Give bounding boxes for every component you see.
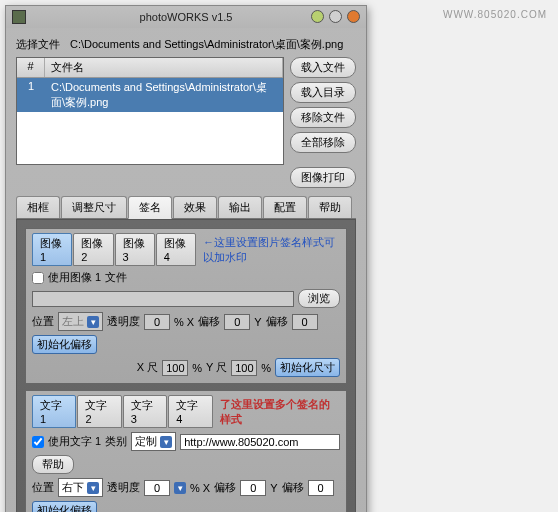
img-opacity-label: 透明度 (107, 314, 140, 329)
pctx-label: % X (174, 316, 194, 328)
image-tab-3[interactable]: 图像 3 (115, 233, 155, 266)
text-tab-2[interactable]: 文字 2 (77, 395, 121, 428)
kind-select[interactable]: 定制▾ (131, 432, 176, 451)
yscale-label: Y 尺 (206, 360, 227, 375)
txt-pos-label: 位置 (32, 480, 54, 495)
use-image-label: 使用图像 1 (48, 270, 101, 285)
tab-help[interactable]: 帮助 (308, 196, 352, 218)
text-hint: 了这里设置多个签名的样式 (220, 397, 340, 427)
img-offset-label2: 偏移 (266, 314, 288, 329)
tab-effect[interactable]: 效果 (173, 196, 217, 218)
remove-all-button[interactable]: 全部移除 (290, 132, 356, 153)
col-filename: 文件名 (45, 58, 283, 77)
image-sign-section: 图像 1 图像 2 图像 3 图像 4 ←这里设置图片签名样式可以加水印 使用图… (25, 228, 347, 384)
use-text-label: 使用文字 1 (48, 434, 101, 449)
txt-offset-label2: 偏移 (282, 480, 304, 495)
txt-opacity-label: 透明度 (107, 480, 140, 495)
use-text-checkbox[interactable] (32, 436, 44, 448)
titlebar: photoWORKS v1.5 (6, 6, 366, 28)
txt-pos-select[interactable]: 右下▾ (58, 478, 103, 497)
img-pos-select[interactable]: 左上▾ (58, 312, 103, 331)
tab-frame[interactable]: 相框 (16, 196, 60, 218)
text-value-input[interactable]: http://www.805020.com (180, 434, 340, 450)
xscale-label: X 尺 (137, 360, 158, 375)
txt-y-label: Y (270, 482, 277, 494)
row-name: C:\Documents and Settings\Administrator\… (45, 78, 283, 112)
text-tab-3[interactable]: 文字 3 (123, 395, 167, 428)
image-tab-2[interactable]: 图像 2 (73, 233, 113, 266)
y-label: Y (254, 316, 261, 328)
pct2: % (261, 362, 271, 374)
txt-yoffset-input[interactable]: 0 (308, 480, 334, 496)
load-dir-button[interactable]: 载入目录 (290, 82, 356, 103)
page-watermark: WWW.805020.COM (367, 9, 553, 512)
text-tab-1[interactable]: 文字 1 (32, 395, 76, 428)
text-help-button[interactable]: 帮助 (32, 455, 74, 474)
txt-opacity-input[interactable]: 0 (144, 480, 170, 496)
app-window: photoWORKS v1.5 选择文件 C:\Documents and Se… (5, 5, 367, 512)
init-size-button[interactable]: 初始化尺寸 (275, 358, 340, 377)
yscale-input[interactable]: 100 (231, 360, 257, 376)
xscale-input[interactable]: 100 (162, 360, 188, 376)
pct1: % (192, 362, 202, 374)
browse-button[interactable]: 浏览 (298, 289, 340, 308)
maximize-icon[interactable] (329, 10, 342, 23)
file-label: 文件 (105, 270, 127, 285)
init-offset-button[interactable]: 初始化偏移 (32, 335, 97, 354)
file-list[interactable]: # 文件名 1 C:\Documents and Settings\Admini… (16, 57, 284, 165)
chevron-down-icon: ▾ (87, 482, 99, 494)
image-hint: ←这里设置图片签名样式可以加水印 (203, 235, 340, 265)
select-file-label: 选择文件 (16, 37, 60, 52)
text-sign-section: 文字 1 文字 2 文字 3 文字 4 了这里设置多个签名的样式 使用文字 1 … (25, 390, 347, 512)
image-tab-4[interactable]: 图像 4 (156, 233, 196, 266)
file-list-header: # 文件名 (17, 58, 283, 78)
img-yoffset-input[interactable]: 0 (292, 314, 318, 330)
txt-init-offset-button[interactable]: 初始化偏移 (32, 501, 97, 512)
img-pos-label: 位置 (32, 314, 54, 329)
path-row: 选择文件 C:\Documents and Settings\Administr… (16, 34, 356, 57)
print-image-button[interactable]: 图像打印 (290, 167, 356, 188)
tab-config[interactable]: 配置 (263, 196, 307, 218)
chevron-down-icon: ▾ (87, 316, 99, 328)
file-row[interactable]: 1 C:\Documents and Settings\Administrato… (17, 78, 283, 112)
tab-resize[interactable]: 调整尺寸 (61, 196, 127, 218)
row-num: 1 (17, 78, 45, 112)
tab-output[interactable]: 输出 (218, 196, 262, 218)
text-tab-4[interactable]: 文字 4 (168, 395, 212, 428)
img-offset-label: 偏移 (198, 314, 220, 329)
col-number: # (17, 58, 45, 77)
app-icon (12, 10, 26, 24)
img-opacity-input[interactable]: 0 (144, 314, 170, 330)
remove-file-button[interactable]: 移除文件 (290, 107, 356, 128)
image-tab-1[interactable]: 图像 1 (32, 233, 72, 266)
minimize-icon[interactable] (311, 10, 324, 23)
close-icon[interactable] (347, 10, 360, 23)
txt-pctx: % X (190, 482, 210, 494)
stepper-icon[interactable]: ▾ (174, 482, 186, 494)
image-file-input[interactable] (32, 291, 294, 307)
txt-xoffset-input[interactable]: 0 (240, 480, 266, 496)
window-title: photoWORKS v1.5 (140, 11, 233, 23)
chevron-down-icon: ▾ (160, 436, 172, 448)
load-file-button[interactable]: 载入文件 (290, 57, 356, 78)
img-xoffset-input[interactable]: 0 (224, 314, 250, 330)
use-image-checkbox[interactable] (32, 272, 44, 284)
file-path: C:\Documents and Settings\Administrator\… (70, 37, 343, 52)
main-tabs: 相框 调整尺寸 签名 效果 输出 配置 帮助 (16, 196, 356, 219)
tab-sign[interactable]: 签名 (128, 196, 172, 219)
kind-label: 类别 (105, 434, 127, 449)
content-area: 选择文件 C:\Documents and Settings\Administr… (6, 28, 366, 512)
txt-offset-label: 偏移 (214, 480, 236, 495)
sign-panel: 图像 1 图像 2 图像 3 图像 4 ←这里设置图片签名样式可以加水印 使用图… (16, 219, 356, 512)
